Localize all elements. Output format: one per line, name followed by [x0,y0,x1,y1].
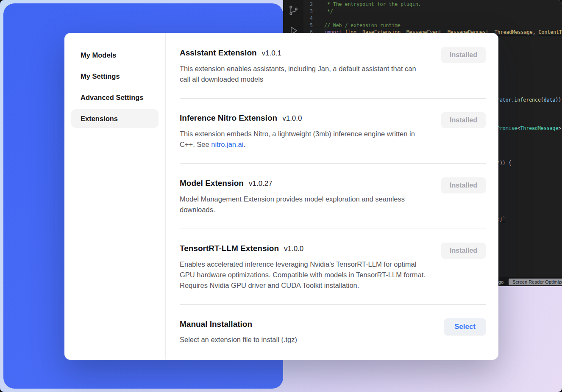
desktop-background: 2 * The entrypoint for the plugin.3 */45… [0,0,562,392]
installed-button[interactable]: Installed [441,47,486,63]
installed-button[interactable]: Installed [441,177,486,193]
extension-row-inference-nitro: Inference Nitro Extension v1.0.0 This ex… [180,98,486,163]
extension-description: This extension embeds Nitro, a lightweig… [180,129,426,150]
manual-installation-title: Manual Installation [180,318,252,330]
extension-info: Manual Installation Select an extension … [180,318,297,345]
editor-code-area: 2 * The entrypoint for the plugin.3 */45… [303,1,562,36]
extensions-panel: Assistant Extension v1.0.1 This extensio… [166,33,498,360]
description-text: . [243,141,245,148]
installed-button[interactable]: Installed [441,243,486,259]
nitro-jan-ai-link[interactable]: nitro.jan.ai [211,141,243,148]
screen-reader-optimized-badge: Screen Reader Optimized [509,279,562,285]
extension-version: v1.0.27 [249,178,273,190]
code-line: 4 [303,15,562,22]
settings-sidebar: My Models My Settings Advanced Settings … [64,33,166,360]
code-line: 5// Web / extension runtime [303,22,562,29]
code-line: 2 * The entrypoint for the plugin. [303,1,562,8]
extension-version: v1.0.1 [262,47,281,59]
sidebar-item-my-models[interactable]: My Models [71,46,159,64]
extension-row-model: Model Extension v1.0.27 Model Management… [180,163,486,229]
manual-installation-description: Select an extension file to install (.tg… [180,334,297,345]
sidebar-item-label: My Settings [81,72,120,80]
extension-title: Assistant Extension [180,47,257,59]
extension-title: TensortRT-LLM Extension [180,243,279,254]
sidebar-item-advanced-settings[interactable]: Advanced Settings [71,88,159,107]
sidebar-item-label: Advanced Settings [81,94,144,102]
extension-description: This extension enables assistants, inclu… [180,63,426,85]
extension-version: v1.0.0 [284,243,303,255]
code-line: 3 */ [303,8,562,15]
sidebar-item-extensions[interactable]: Extensions [71,109,159,128]
extension-info: TensortRT-LLM Extension v1.0.0 Enables a… [180,243,426,291]
extension-info: Assistant Extension v1.0.1 This extensio… [180,47,426,85]
extension-description: Enables accelerated inference leveraging… [180,259,426,291]
manual-installation-row: Manual Installation Select an extension … [180,304,486,359]
extension-row-assistant: Assistant Extension v1.0.1 This extensio… [180,47,486,98]
sidebar-item-label: My Models [81,51,116,59]
extension-description: Model Management Extension provides mode… [180,194,426,215]
code-fragment: ")) { [497,160,512,166]
status-bar-text: go [498,279,504,284]
extension-version: v1.0.0 [282,113,302,124]
extension-info: Inference Nitro Extension v1.0.0 This ex… [180,112,426,150]
sidebar-item-label: Extensions [81,115,118,123]
extension-info: Model Extension v1.0.27 Model Management… [180,177,426,215]
code-fragment: rator.inference(data)); [497,97,562,103]
settings-modal: My Models My Settings Advanced Settings … [64,33,498,360]
extension-title: Model Extension [180,177,244,189]
extension-title: Inference Nitro Extension [180,112,277,124]
installed-button[interactable]: Installed [441,112,486,128]
code-fragment: Promise<ThreadMessage> [497,125,561,131]
source-control-icon[interactable] [287,4,299,16]
extension-row-tensorrt-llm: TensortRT-LLM Extension v1.0.0 Enables a… [180,229,486,304]
select-file-button[interactable]: Select [444,318,486,335]
sidebar-item-my-settings[interactable]: My Settings [71,67,159,86]
